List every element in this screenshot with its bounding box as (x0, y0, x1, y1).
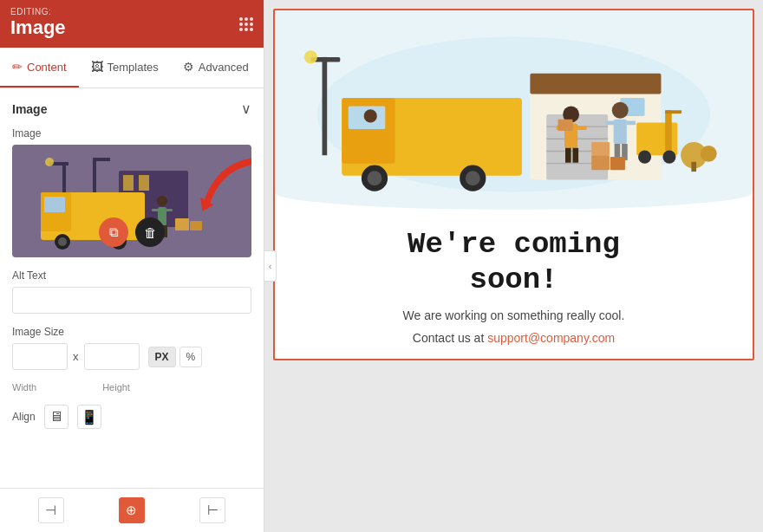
height-input[interactable] (84, 343, 140, 370)
editing-title: Image (10, 16, 253, 39)
coming-soon-subtitle: We are working on something really cool. (301, 308, 727, 322)
replace-image-button[interactable]: ⧉ (99, 217, 128, 247)
svg-rect-7 (123, 175, 134, 191)
svg-rect-5 (93, 158, 110, 161)
canvas-content: We're comingsoon! We are working on some… (273, 9, 754, 360)
svg-rect-27 (530, 74, 661, 94)
image-field-group: Image (12, 127, 251, 257)
height-sub-label: Height (102, 382, 130, 393)
templates-tab-icon: 🖼 (91, 60, 103, 74)
tabs-row: ✏ Content 🖼 Templates ⚙ Advanced (0, 48, 264, 88)
svg-rect-56 (577, 126, 586, 130)
chevron-down-icon[interactable]: ∨ (241, 101, 251, 117)
svg-point-3 (45, 158, 54, 166)
tab-advanced[interactable]: ⚙ Advanced (171, 48, 261, 88)
align-row: Align 🖥 📱 (12, 405, 251, 429)
align-left-button[interactable]: ⊣ (38, 497, 64, 523)
tab-content-label: Content (27, 61, 67, 74)
replace-icon: ⧉ (109, 224, 119, 240)
alt-text-group: Alt Text (12, 269, 251, 314)
phone-icon: 📱 (81, 409, 98, 425)
svg-point-52 (304, 50, 317, 63)
section-title: Image (12, 102, 47, 116)
svg-rect-66 (591, 155, 610, 170)
section-header: Image ∨ (12, 101, 251, 117)
svg-rect-62 (605, 121, 614, 126)
align-right-button[interactable]: ⊢ (199, 497, 225, 523)
image-size-label: Image Size (12, 326, 251, 338)
px-unit-button[interactable]: PX (148, 347, 176, 367)
image-overlay-buttons: ⧉ 🗑 (99, 217, 165, 247)
alt-text-label: Alt Text (12, 269, 251, 282)
svg-point-38 (662, 151, 675, 164)
bottom-toolbar: ⊣ ⊕ ⊢ (0, 488, 264, 532)
size-unit-group: PX % (148, 347, 203, 367)
main-illustration-area (275, 10, 753, 210)
svg-rect-50 (323, 57, 328, 155)
svg-rect-22 (175, 218, 189, 230)
content-tab-icon: ✏ (12, 60, 23, 74)
percent-unit-button[interactable]: % (179, 347, 203, 367)
editing-label: EDITING: (10, 7, 253, 16)
svg-rect-57 (565, 148, 571, 163)
svg-rect-23 (190, 221, 202, 230)
svg-point-13 (58, 237, 67, 246)
monitor-icon: 🖥 (49, 409, 63, 425)
svg-point-46 (367, 171, 382, 185)
svg-rect-59 (558, 120, 572, 131)
svg-point-16 (157, 196, 167, 206)
svg-rect-35 (665, 110, 672, 151)
svg-rect-19 (166, 209, 173, 211)
image-field-label: Image (12, 127, 251, 139)
delete-image-button[interactable]: 🗑 (135, 217, 165, 247)
tab-advanced-label: Advanced (199, 61, 249, 74)
tab-templates[interactable]: 🖼 Templates (79, 48, 171, 88)
svg-rect-41 (691, 162, 696, 172)
svg-point-48 (466, 171, 480, 185)
svg-rect-18 (152, 209, 159, 211)
svg-rect-63 (627, 121, 636, 126)
contact-prefix: Contact us at (413, 331, 487, 345)
align-center-icon: ⊕ (126, 503, 137, 518)
advanced-tab-icon: ⚙ (183, 60, 194, 74)
panel-header: EDITING: Image (0, 0, 264, 48)
alt-text-input[interactable] (12, 287, 251, 314)
svg-rect-68 (610, 157, 625, 170)
svg-rect-67 (591, 142, 610, 155)
contact-email: support@company.com (487, 331, 615, 345)
right-canvas: We're comingsoon! We are working on some… (264, 0, 763, 532)
svg-point-40 (701, 146, 717, 162)
svg-rect-8 (139, 175, 149, 191)
svg-rect-61 (614, 120, 627, 144)
width-input[interactable] (12, 343, 68, 370)
align-mobile-button[interactable]: 📱 (77, 405, 101, 429)
width-sub-label: Width (12, 382, 36, 393)
collapse-panel-handle[interactable]: ‹ (264, 250, 277, 282)
trash-icon: 🗑 (144, 225, 157, 240)
align-left-icon: ⊣ (45, 503, 56, 518)
left-panel: EDITING: Image ✏ Content 🖼 Templates ⚙ A… (0, 0, 264, 532)
svg-point-60 (612, 102, 629, 119)
tab-content[interactable]: ✏ Content (0, 48, 79, 88)
coming-soon-section: We're comingsoon! We are working on some… (275, 210, 753, 359)
more-options-icon[interactable] (239, 17, 253, 31)
align-center-button[interactable]: ⊕ (119, 497, 145, 523)
main-illustration-svg (301, 28, 727, 201)
contact-text: Contact us at support@company.com (301, 331, 727, 345)
size-separator: x (73, 350, 79, 363)
svg-rect-36 (665, 110, 681, 114)
panel-content: Image ∨ Image (0, 88, 264, 488)
image-preview-container: ⧉ 🗑 (12, 145, 251, 257)
align-right-icon: ⊢ (207, 503, 218, 518)
align-desktop-button[interactable]: 🖥 (44, 405, 68, 429)
svg-point-49 (364, 109, 377, 122)
svg-rect-58 (572, 148, 578, 163)
image-size-group: Image Size x PX % Width Height (12, 326, 251, 393)
tab-templates-label: Templates (108, 61, 159, 74)
size-row: x PX % (12, 343, 251, 370)
svg-rect-11 (44, 197, 65, 212)
coming-soon-title: We're comingsoon! (301, 227, 727, 298)
size-labels: Width Height (12, 382, 251, 393)
svg-point-37 (638, 151, 651, 164)
align-label: Align (12, 411, 36, 423)
